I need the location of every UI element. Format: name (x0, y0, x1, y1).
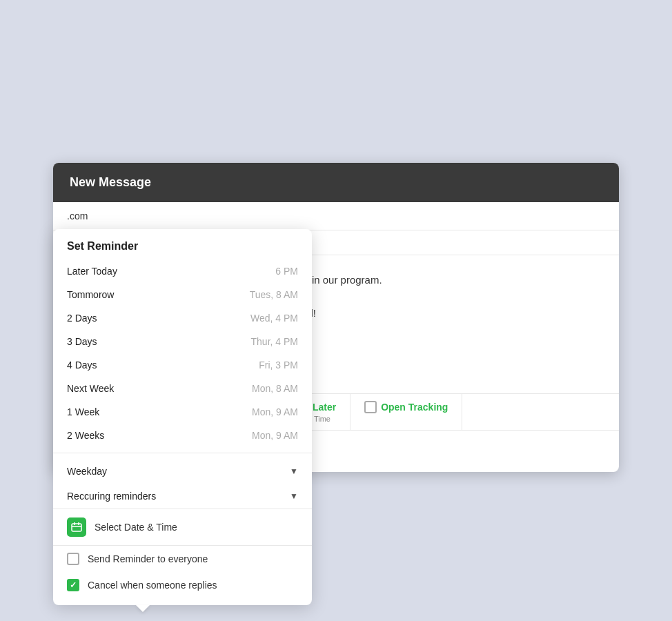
to-field[interactable]: .com (53, 202, 619, 230)
send-reminder-everyone-row[interactable]: Send Reminder to everyone (53, 546, 312, 572)
reminder-title: Set Reminder (53, 229, 312, 259)
send-reminder-checkbox[interactable] (67, 553, 79, 565)
cancel-reply-checkbox[interactable] (67, 579, 79, 591)
svg-rect-0 (72, 524, 81, 531)
reminder-later-today[interactable]: Later Today 6 PM (53, 259, 312, 283)
weekday-chevron-icon: ▼ (290, 466, 298, 476)
compose-title: New Message (70, 175, 151, 189)
cancel-when-reply-row[interactable]: Cancel when someone replies (53, 572, 312, 598)
reminder-3days[interactable]: 3 Days Thur, 4 PM (53, 330, 312, 353)
recurring-dropdown[interactable]: Reccuring reminders ▼ (53, 484, 312, 509)
recurring-chevron-icon: ▼ (290, 491, 298, 501)
compose-header: New Message (53, 163, 619, 202)
reminder-next-week[interactable]: Next Week Mon, 8 AM (53, 377, 312, 400)
weekday-dropdown[interactable]: Weekday ▼ (53, 459, 312, 484)
reminder-2days[interactable]: 2 Days Wed, 4 PM (53, 306, 312, 330)
reminder-4days[interactable]: 4 Days Fri, 3 PM (53, 353, 312, 377)
reminder-2weeks[interactable]: 2 Weeks Mon, 9 AM (53, 424, 312, 447)
reminder-tomorrow[interactable]: Tommorow Tues, 8 AM (53, 283, 312, 306)
reminder-popup: Set Reminder Later Today 6 PM Tommorow T… (53, 229, 312, 605)
calendar-icon (67, 518, 86, 537)
open-tracking-checkbox[interactable] (364, 401, 377, 413)
select-date-time-button[interactable]: Select Date & Time (53, 509, 312, 546)
reminder-1week[interactable]: 1 Week Mon, 9 AM (53, 400, 312, 424)
tab-open-tracking[interactable]: Open Tracking (350, 394, 462, 430)
